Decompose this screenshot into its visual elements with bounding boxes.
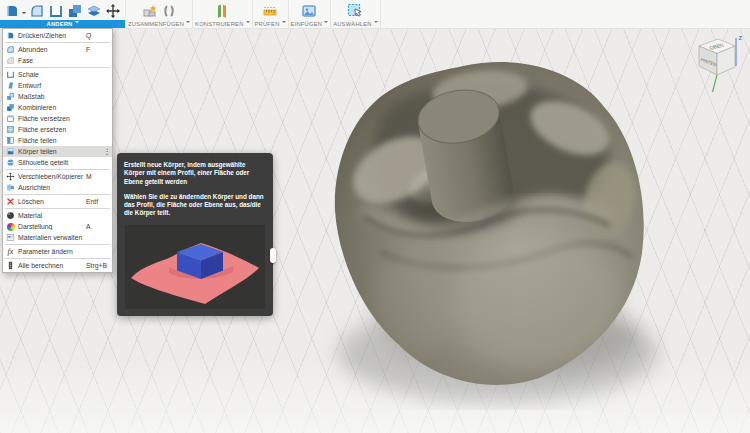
menu-item-label: Alle berechnen (18, 262, 83, 269)
toolbar-icons-aendern (0, 0, 125, 20)
viewcube[interactable]: Z OBEN HINTEN (689, 30, 745, 96)
modify-dropdown-menu: Drücken/ZiehenQAbrundenFFaseSchaleEntwur… (2, 28, 113, 273)
menu-item-darstellung[interactable]: DarstellungA (3, 221, 112, 232)
fx-icon: fx (6, 247, 15, 256)
draft-icon (6, 81, 15, 90)
split-body-tooltip: Erstellt neue Körper, indem ausgewählte … (117, 153, 273, 316)
shell-icon (6, 70, 15, 79)
tooltip-handle[interactable] (270, 248, 276, 263)
menu-separator (5, 244, 110, 245)
menu-item-parameter-aendern[interactable]: fxParameter ändern (3, 246, 112, 257)
silhouette-split-icon (6, 158, 15, 167)
z-axis-label: Z (739, 35, 743, 41)
menu-item-shortcut: M (86, 173, 109, 180)
toolbar-spacer (381, 0, 750, 28)
menu-item-entwurf[interactable]: Entwurf (3, 80, 112, 91)
menu-item-label: Silhouette geteilt (18, 159, 83, 166)
split-layers-icon[interactable] (86, 3, 102, 19)
menu-item-flaeche-versetzen[interactable]: Fläche versetzen (3, 113, 112, 124)
menu-item-label: Fläche teilen (18, 137, 83, 144)
toolbar-icons-auswaehlen (331, 0, 380, 20)
menu-item-flaeche-ersetzen[interactable]: Fläche ersetzen (3, 124, 112, 135)
delete-icon (6, 197, 15, 206)
measure-icon[interactable] (262, 3, 278, 19)
menu-item-label: Ausrichten (18, 184, 83, 191)
new-component-icon[interactable] (142, 3, 158, 19)
toolbar-icons-pruefen (253, 0, 288, 20)
menu-separator (5, 67, 110, 68)
menu-item-label: Löschen (18, 198, 83, 205)
menu-label-aendern[interactable]: ÄNDERN (0, 20, 125, 28)
menu-label-pruefen[interactable]: PRÜFEN (253, 20, 288, 28)
tooltip-paragraph-2: Wählen Sie die zu ändernden Körper und d… (124, 193, 266, 218)
shell-icon[interactable] (48, 3, 64, 19)
split-body-preview-image (125, 225, 265, 309)
menu-item-label: Maßstab (18, 93, 83, 100)
menu-item-abrunden[interactable]: AbrundenF (3, 44, 112, 55)
menu-item-massstab[interactable]: Maßstab (3, 91, 112, 102)
menu-item-label: Abrunden (18, 46, 83, 53)
menu-separator (5, 194, 110, 195)
toolbar-group-zusammenfuegen: ZUSAMMENFÜGEN (126, 0, 193, 28)
menu-label-auswaehlen[interactable]: AUSWÄHLEN (331, 20, 380, 28)
menu-item-silhouette-geteilt[interactable]: Silhouette geteilt (3, 157, 112, 168)
menu-item-alle-berechnen[interactable]: Alle berechnenStrg+B (3, 260, 112, 271)
insert-image-icon[interactable] (301, 3, 317, 19)
menu-item-fase[interactable]: Fase (3, 55, 112, 66)
fusion-window: { "colors":{ "accent_blue":"#1b95e0","to… (0, 0, 750, 433)
menu-label-konstruieren[interactable]: KONSTRUIEREN (193, 20, 251, 28)
menu-item-druecken-ziehen[interactable]: Drücken/ZiehenQ (3, 30, 112, 41)
green-axis (713, 75, 718, 92)
select-cursor-icon[interactable] (347, 3, 363, 19)
menu-item-flaeche-teilen[interactable]: Fläche teilen (3, 135, 112, 146)
menu-item-ausrichten[interactable]: Ausrichten (3, 182, 112, 193)
viewcube-cube[interactable]: OBEN HINTEN (699, 39, 735, 75)
menu-item-kombinieren[interactable]: Kombinieren (3, 102, 112, 113)
joint-icon[interactable] (161, 3, 177, 19)
menu-item-label: Material (18, 212, 83, 219)
menu-item-schale[interactable]: Schale (3, 69, 112, 80)
menu-item-label: Fläche versetzen (18, 115, 83, 122)
menu-item-material[interactable]: Material (3, 210, 112, 221)
toolbar-icons-zusammenfuegen (126, 0, 192, 20)
toolbar-group-auswaehlen: AUSWÄHLEN (331, 0, 381, 28)
menu-item-materialien-verwalten[interactable]: Materialien verwalten (3, 232, 112, 243)
menu-item-label: Fläche ersetzen (18, 126, 83, 133)
chamfer-icon (6, 56, 15, 65)
move-icon[interactable] (105, 3, 121, 19)
menu-item-shortcut: A (86, 223, 109, 230)
menu-item-koerper-teilen[interactable]: Körper teilen⋮ (3, 146, 112, 157)
toolbar-group-konstruieren: KONSTRUIEREN (193, 0, 252, 28)
material-icon (6, 211, 15, 220)
menu-item-shortcut: Q (86, 32, 109, 39)
combine-icon (6, 103, 15, 112)
split-body-icon (6, 147, 15, 156)
manage-materials-icon (6, 233, 15, 242)
menu-item-label: Kombinieren (18, 104, 83, 111)
menu-item-shortcut: Entf (86, 198, 109, 205)
dropdown-caret-icon[interactable] (22, 12, 26, 16)
construct-plane-icon[interactable] (214, 3, 230, 19)
menu-item-loeschen[interactable]: LöschenEntf (3, 196, 112, 207)
align-icon (6, 183, 15, 192)
compute-all-icon (6, 261, 15, 270)
front-shine (450, 232, 622, 368)
tooth-model[interactable] (318, 48, 670, 410)
press-pull-icon[interactable] (4, 3, 20, 19)
menu-separator (5, 258, 110, 259)
toolbar-icons-einfuegen (289, 0, 331, 20)
menu-item-verschieben-kopieren[interactable]: Verschieben/KopierenM (3, 171, 112, 182)
fillet-icon (6, 45, 15, 54)
menu-item-label: Materialien verwalten (18, 234, 83, 241)
menu-item-label: Parameter ändern (18, 248, 83, 255)
move-icon (6, 172, 15, 181)
split-face-icon (6, 136, 15, 145)
menu-label-einfuegen[interactable]: EINFÜGEN (289, 20, 331, 28)
kebab-menu-icon[interactable]: ⋮ (104, 146, 112, 157)
fillet-icon[interactable] (29, 3, 45, 19)
menu-item-label: Darstellung (18, 223, 83, 230)
menu-label-zusammenfuegen[interactable]: ZUSAMMENFÜGEN (126, 20, 192, 28)
menu-separator (5, 208, 110, 209)
combine-icon[interactable] (67, 3, 83, 19)
menu-item-label: Entwurf (18, 82, 83, 89)
